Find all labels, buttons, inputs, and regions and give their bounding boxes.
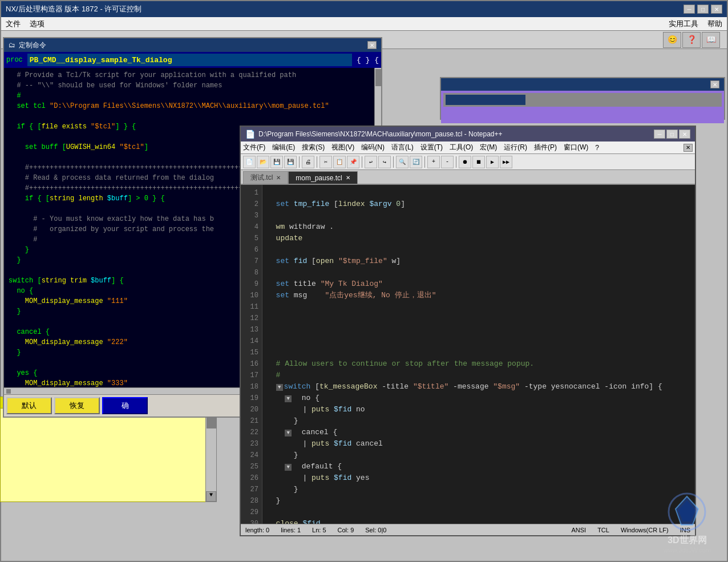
npp-line-9: set title "My Tk Dialog"	[267, 278, 690, 290]
fold-marker-25[interactable]: ▼	[285, 464, 292, 471]
npp-tool-copy[interactable]: 📋	[333, 156, 346, 168]
toolbar-icon-2[interactable]: ❓	[682, 32, 701, 48]
npp-line-27: }	[267, 484, 690, 495]
scrollbar-thumb[interactable]	[375, 69, 381, 86]
second-dialog-input-field[interactable]	[446, 95, 525, 105]
npp-menu-macro[interactable]: 宏(M)	[480, 143, 497, 152]
npp-tab-mom-pause[interactable]: mom_pause.tcl ✕	[288, 171, 357, 184]
npp-line-20: | puts $fid no	[267, 404, 690, 415]
npp-menu-plugins[interactable]: 插件(P)	[534, 143, 557, 152]
npp-menu-encoding[interactable]: 编码(N)	[361, 143, 385, 152]
npp-editor: 1 2 3 4 5 6 7 8 9 10 11 12 13 14 15 16 1…	[241, 185, 695, 531]
watermark-area: 3D世界网 www.3dsJW.com	[664, 492, 711, 553]
npp-menu-run[interactable]: 运行(R)	[504, 143, 527, 152]
npp-tool-saveall[interactable]: 💾	[284, 156, 297, 168]
nx-menubar: 文件 选项 实用工具 帮助	[1, 17, 727, 31]
npp-tabbar: 测试.tcl ✕ mom_pause.tcl ✕	[241, 170, 695, 185]
npp-tool-print[interactable]: 🖨	[302, 156, 314, 168]
fold-marker-19[interactable]: ▼	[285, 395, 292, 402]
npp-tool-new[interactable]: 📄	[243, 156, 256, 168]
npp-status-eol: Windows(CR LF)	[621, 527, 669, 533]
fold-marker-18[interactable]: ▼	[276, 384, 283, 391]
npp-menubar: 文件(F) 编辑(E) 搜索(S) 视图(V) 编码(N) 语言(L) 设置(T…	[241, 141, 695, 154]
toolbar-separator-5	[424, 156, 425, 168]
fold-marker-22[interactable]: ▼	[285, 430, 292, 436]
npp-tab-test[interactable]: 测试.tcl ✕	[243, 171, 288, 184]
npp-tool-replace[interactable]: 🔄	[410, 156, 422, 168]
nx-menu-file[interactable]: 文件	[6, 19, 21, 29]
restore-button[interactable]: 恢复	[54, 397, 100, 414]
npp-tool-macro-play[interactable]: ▶	[486, 156, 499, 168]
npp-line-11	[267, 301, 690, 313]
second-dialog-close-button[interactable]: ✕	[710, 80, 719, 88]
npp-tool-run[interactable]: ▶▶	[500, 156, 512, 168]
toolbar-icon-1[interactable]: 😊	[663, 32, 681, 48]
npp-line-16: # Allow users to continue or stop after …	[267, 358, 690, 370]
npp-menu-search[interactable]: 搜索(S)	[302, 143, 325, 152]
code-content[interactable]: set tmp_file [lindex $argv 0] wm withdra…	[262, 185, 695, 531]
npp-tool-macro-record[interactable]: ⏺	[459, 156, 471, 168]
h-scroll-thumb[interactable]	[6, 389, 11, 394]
watermark-url: www.3dsJW.com	[664, 547, 711, 553]
default-button[interactable]: 默认	[6, 397, 52, 414]
dialog-titlebar-controls: ✕	[367, 41, 377, 49]
npp-tool-undo[interactable]: ↩	[365, 156, 377, 168]
npp-menu-settings[interactable]: 设置(T)	[420, 143, 443, 152]
npp-line-29	[267, 507, 690, 518]
npp-menu-tools[interactable]: 工具(O)	[450, 143, 473, 152]
npp-tool-zoom-in[interactable]: +	[427, 156, 440, 168]
second-dialog-titlebar: ✕	[441, 78, 724, 91]
npp-tool-save[interactable]: 💾	[270, 156, 283, 168]
npp-status-col: Col: 9	[338, 527, 354, 533]
nx-minimize-button[interactable]: ─	[683, 5, 695, 14]
npp-tool-find[interactable]: 🔍	[396, 156, 409, 168]
npp-line-3	[267, 210, 690, 221]
watermark-logo	[667, 492, 707, 532]
npp-line-13	[267, 324, 690, 335]
npp-status-lang: TCL	[597, 527, 609, 533]
nx-menu-utilities[interactable]: 实用工具	[669, 19, 698, 29]
watermark-text: 3D世界网	[664, 535, 711, 547]
confirm-button[interactable]: 确	[102, 397, 148, 414]
nx-titlebar-controls: ─ □ ✕	[683, 5, 722, 14]
npp-tool-macro-stop[interactable]: ⏹	[472, 156, 485, 168]
npp-tool-redo[interactable]: ↪	[378, 156, 391, 168]
npp-line-22: ▼ cancel {	[267, 427, 690, 438]
npp-menu-language[interactable]: 语言(L)	[391, 143, 414, 152]
cmd-editor: proc { } {	[4, 52, 381, 68]
nx-menu-help[interactable]: 帮助	[707, 19, 722, 29]
npp-menu-area: 文件(F) 编辑(E) 搜索(S) 视图(V) 编码(N) 语言(L) 设置(T…	[241, 141, 695, 154]
npp-menu-file[interactable]: 文件(F)	[243, 143, 265, 152]
define-cmd-close-button[interactable]: ✕	[367, 41, 377, 49]
toolbar-icon-3[interactable]: 📖	[702, 32, 720, 48]
npp-tool-zoom-out[interactable]: -	[441, 156, 454, 168]
nx-close-button[interactable]: ✕	[711, 5, 722, 14]
npp-menu-help[interactable]: ?	[595, 144, 599, 152]
nx-maximize-button[interactable]: □	[697, 5, 709, 14]
npp-minimize-button[interactable]: ─	[654, 130, 665, 139]
npp-tab-test-label: 测试.tcl	[250, 173, 273, 183]
npp-line-15	[267, 347, 690, 358]
npp-menu-window[interactable]: 窗口(W)	[564, 143, 588, 152]
cmd-name-input[interactable]	[27, 54, 352, 66]
npp-close-button[interactable]: ✕	[679, 130, 690, 139]
npp-tool-cut[interactable]: ✂	[319, 156, 332, 168]
npp-tool-paste[interactable]: 📌	[347, 156, 359, 168]
nx-title: NX/后处理构造器 版本 1872 - 许可证控制	[6, 4, 141, 14]
npp-tool-open[interactable]: 📂	[257, 156, 269, 168]
npp-menu-edit[interactable]: 编辑(E)	[272, 143, 295, 152]
npp-line-7: set fid [open "$tmp_file" w]	[267, 256, 690, 267]
npp-tab-mom-pause-close[interactable]: ✕	[346, 175, 350, 181]
npp-menu-close-button[interactable]: ✕	[683, 144, 693, 152]
toolbar-separator-1	[299, 156, 300, 168]
npp-maximize-button[interactable]: □	[666, 130, 678, 139]
npp-menu-view[interactable]: 视图(V)	[331, 143, 354, 152]
npp-line-12	[267, 313, 690, 324]
notepad-window: 📄 D:\Program Files\Siemens\NX1872\MACH\a…	[240, 126, 696, 536]
npp-line-4: wm withdraw .	[267, 221, 690, 233]
npp-tab-test-close[interactable]: ✕	[276, 175, 281, 181]
npp-titlebar-controls: ─ □ ✕	[654, 130, 690, 139]
npp-line-14	[267, 335, 690, 347]
scroll-down-btn[interactable]: ▼	[206, 491, 216, 502]
nx-menu-options[interactable]: 选项	[30, 19, 45, 29]
